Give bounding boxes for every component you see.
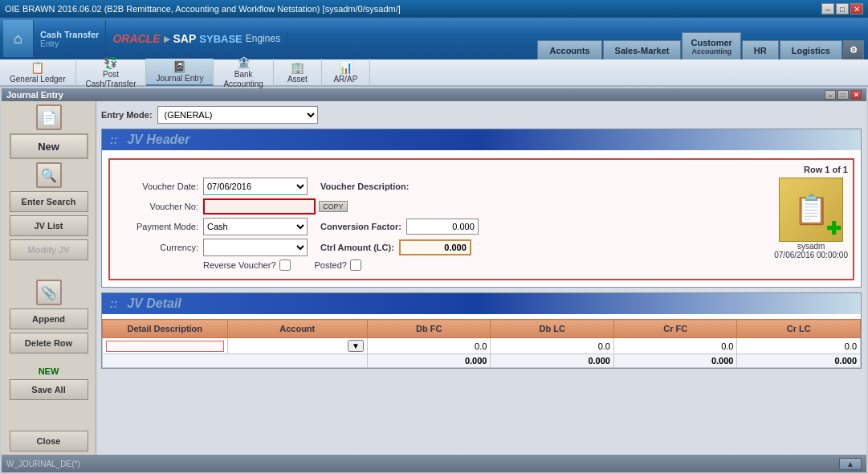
- scroll-up-button[interactable]: ▲: [839, 458, 862, 470]
- payment-mode-select[interactable]: Cash Cheque Transfer: [203, 218, 308, 235]
- voucher-desc-label: Voucher Description:: [320, 182, 409, 191]
- col-header-db-lc: Db LC: [491, 320, 614, 338]
- nav-tab-hr[interactable]: HR: [742, 40, 779, 59]
- voucher-date-select[interactable]: 07/06/2016: [203, 178, 308, 195]
- left-sidebar: 📄 New 🔍 Enter Search JV List Modify JV 📎: [2, 101, 96, 455]
- enter-search-icon-button[interactable]: 🔍: [36, 162, 62, 188]
- col-header-cr-fc: Cr FC: [613, 320, 737, 338]
- nav-tab-logistics[interactable]: Logistics: [780, 40, 842, 59]
- posted-checkbox[interactable]: [350, 259, 361, 271]
- detail-cr-lc-cell: [737, 338, 861, 354]
- delete-row-button[interactable]: Delete Row: [10, 333, 88, 353]
- nav-tab-sales-market[interactable]: Sales-Market: [603, 40, 682, 59]
- home-button[interactable]: ⌂: [3, 20, 34, 57]
- settings-button[interactable]: ⚙: [843, 40, 864, 59]
- sub-tab-journal-entry[interactable]: 📓 Journal Entry: [146, 59, 214, 86]
- payment-mode-row: Payment Mode: Cash Cheque Transfer Conve…: [115, 218, 766, 235]
- bank-accounting-icon: 🏦: [237, 56, 251, 69]
- voucher-no-label: Voucher No:: [115, 202, 203, 211]
- reverse-voucher-checkbox[interactable]: [279, 259, 291, 271]
- save-all-button[interactable]: Save All: [10, 379, 88, 400]
- voucher-no-input[interactable]: [203, 198, 316, 215]
- logos-section: ORACLE ▶ SAP SYBASE Engines: [106, 32, 287, 45]
- jv-list-button[interactable]: JV List: [10, 215, 88, 236]
- post-cash-transfer-icon: 💱: [104, 56, 117, 69]
- journal-entry-window-controls: – □ ✕: [825, 90, 862, 100]
- currency-select[interactable]: [203, 239, 308, 256]
- minimize-button[interactable]: –: [821, 3, 834, 14]
- voucher-date-row: Voucher Date: 07/06/2016 Voucher Descrip…: [115, 178, 766, 195]
- sub-tab-asset[interactable]: 🏢 Asset: [274, 59, 322, 86]
- je-maximize-button[interactable]: □: [837, 90, 849, 100]
- detail-table: Detail Description Account Db FC Db LC C…: [102, 319, 861, 368]
- detail-db-lc-cell: [491, 338, 614, 354]
- total-cr-lc: 0.000: [737, 354, 861, 368]
- status-bar: W_JOURNAL_DE(*) ▲: [2, 455, 866, 472]
- totals-row: 0.000 0.000 0.000 0.000: [103, 354, 861, 368]
- general-ledger-icon: 📋: [31, 61, 44, 74]
- new-icon-button[interactable]: 📄: [36, 104, 62, 130]
- detail-cr-fc-cell: [613, 338, 737, 354]
- ctrl-amount-input[interactable]: [399, 239, 471, 255]
- je-minimize-button[interactable]: –: [825, 90, 836, 100]
- status-text: W_JOURNAL_DE(*): [6, 460, 80, 468]
- sub-tab-general-ledger[interactable]: 📋 General Ledger: [0, 59, 76, 86]
- right-content: Entry Mode: (GENERAL) SIMPLE ADVANCED ::…: [96, 101, 866, 455]
- close-button[interactable]: Close: [10, 431, 88, 452]
- entry-mode-select[interactable]: (GENERAL) SIMPLE ADVANCED: [157, 106, 318, 124]
- left-form: Voucher Date: 07/06/2016 Voucher Descrip…: [115, 178, 766, 274]
- jv-detail-title: :: JV Detail: [102, 293, 861, 314]
- oracle-logo: ORACLE: [112, 32, 160, 45]
- ctrl-amount-label: Ctrl Amount (LC):: [320, 243, 394, 252]
- total-cr-fc: 0.000: [613, 354, 737, 368]
- voucher-date-label: Voucher Date:: [115, 182, 203, 191]
- detail-cr-fc-input[interactable]: [617, 341, 734, 351]
- append-button[interactable]: Append: [10, 309, 88, 329]
- append-icon-button[interactable]: 📎: [36, 280, 62, 305]
- currency-label: Currency:: [115, 243, 203, 252]
- nav-tab-accounts[interactable]: Accounts: [537, 40, 601, 59]
- jv-header-title: :: JV Header: [102, 129, 861, 150]
- enter-search-button[interactable]: Enter Search: [10, 191, 88, 212]
- detail-db-lc-input[interactable]: [494, 341, 610, 351]
- jv-detail-section: :: JV Detail Detail Description Account …: [101, 292, 862, 369]
- detail-account-cell: ▼: [227, 338, 367, 354]
- app-sub: Entry: [40, 39, 99, 48]
- new-status-label: NEW: [39, 366, 59, 376]
- je-close-button[interactable]: ✕: [850, 90, 862, 100]
- window-body: Journal Entry – □ ✕ 📄 New 🔍 Enter Search: [0, 87, 868, 474]
- maximize-button[interactable]: □: [836, 3, 849, 14]
- journal-entry-icon: 📓: [173, 60, 186, 73]
- detail-db-fc-input[interactable]: [371, 341, 487, 351]
- sub-tab-bank-accounting[interactable]: 🏦 BankAccounting: [214, 59, 273, 86]
- detail-account-input[interactable]: [231, 341, 348, 351]
- detail-description-input[interactable]: [106, 341, 224, 352]
- account-dropdown-button[interactable]: ▼: [348, 340, 364, 352]
- content-area: 📄 New 🔍 Enter Search JV List Modify JV 📎: [2, 101, 866, 455]
- sub-tab-ar-ap[interactable]: 📊 AR/AP: [322, 59, 370, 86]
- voucher-row: Row 1 of 1 Voucher Date: 07/06/2016: [108, 158, 854, 280]
- jv-header-section: :: JV Header Row 1 of 1 Voucher Date:: [101, 129, 862, 288]
- copy-button[interactable]: COPY: [319, 201, 348, 212]
- reverse-voucher-label: Reverse Voucher?: [203, 260, 276, 270]
- sybase-logo: SYBASE: [199, 33, 242, 45]
- title-bar-controls: – □ ✕: [821, 3, 863, 14]
- table-row: ▼: [103, 338, 861, 354]
- sub-tab-post-cash-transfer[interactable]: 💱 PostCash/Transfer: [76, 59, 147, 86]
- reverse-posted-row: Reverse Voucher? Posted?: [115, 259, 766, 271]
- close-window-button[interactable]: ✕: [850, 3, 863, 14]
- voucher-no-row: Voucher No: COPY: [115, 198, 766, 215]
- sub-toolbar: 📋 General Ledger 💱 PostCash/Transfer 📓 J…: [0, 59, 868, 87]
- new-button[interactable]: New: [10, 133, 88, 159]
- user-section: 📋 ✚ sysadm 07/06/2016 00:00:00: [774, 178, 848, 259]
- top-nav: Accounts Sales-Market Customer Accountin…: [537, 18, 865, 59]
- nav-tab-customer[interactable]: Customer Accounting: [682, 32, 740, 59]
- currency-row: Currency: Ctrl Amount (LC):: [115, 239, 766, 256]
- user-datetime: 07/06/2016 00:00:00: [774, 251, 848, 259]
- user-name: sysadm: [797, 242, 825, 251]
- user-avatar: 📋 ✚: [779, 178, 843, 242]
- modify-jv-button[interactable]: Modify JV: [10, 239, 88, 260]
- conversion-factor-input[interactable]: 0.000: [406, 219, 479, 235]
- window-inner: Journal Entry – □ ✕ 📄 New 🔍 Enter Search: [2, 88, 866, 472]
- detail-cr-lc-input[interactable]: [740, 341, 857, 351]
